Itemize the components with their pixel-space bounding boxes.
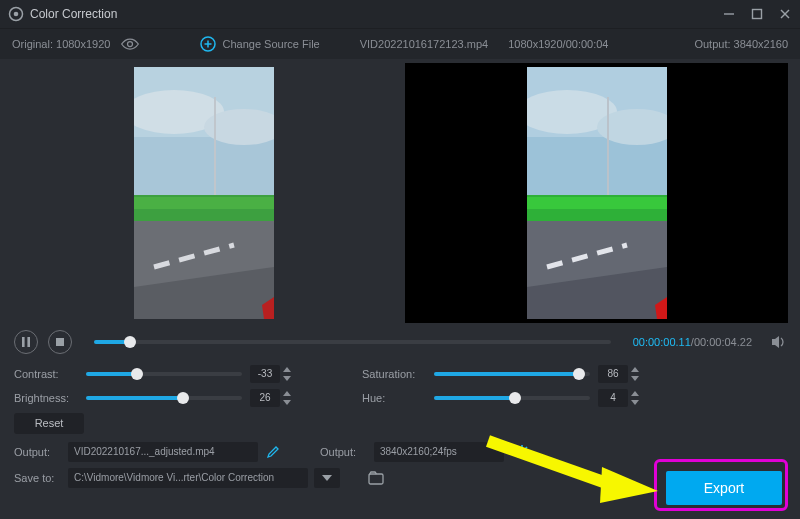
svg-point-44 (519, 449, 525, 455)
edit-filename-button[interactable] (264, 445, 282, 459)
svg-marker-40 (283, 391, 291, 396)
contrast-label: Contrast: (14, 368, 78, 380)
chevron-up-icon[interactable] (282, 366, 292, 373)
saturation-slider[interactable] (434, 372, 590, 376)
playback-progress[interactable] (94, 340, 611, 344)
output-row: Output: VID202210167..._adjusted.mp4 Out… (0, 434, 800, 462)
svg-point-6 (128, 42, 133, 47)
volume-icon[interactable] (770, 334, 786, 350)
preview-area (0, 59, 800, 327)
output-format-label: Output: (320, 446, 368, 458)
pause-button[interactable] (14, 330, 38, 354)
open-folder-button[interactable] (364, 471, 390, 485)
contrast-value: -33 (250, 365, 280, 383)
svg-rect-33 (27, 337, 30, 347)
svg-marker-53 (322, 475, 332, 481)
output-filename-field[interactable]: VID202210167..._adjusted.mp4 (68, 442, 258, 462)
chevron-down-icon[interactable] (630, 399, 640, 406)
output-filename-label: Output: (14, 446, 62, 458)
maximize-button[interactable] (750, 7, 764, 21)
svg-rect-25 (607, 97, 609, 197)
svg-rect-27 (527, 197, 667, 209)
adjustment-sliders: Contrast: -33 Saturation: 86 Brightness:… (0, 357, 800, 411)
current-time: 00:00:00.11 (633, 336, 691, 348)
brightness-value: 26 (250, 389, 280, 407)
output-format-field[interactable]: 3840x2160;24fps (374, 442, 504, 462)
brightness-label: Brightness: (14, 392, 78, 404)
source-resolution: 1080x1920/00:00:04 (508, 38, 608, 50)
svg-marker-36 (283, 367, 291, 372)
chevron-down-icon[interactable] (282, 399, 292, 406)
svg-marker-39 (631, 376, 639, 381)
saveto-path-field[interactable]: C:\Vidmore\Vidmore Vi...rter\Color Corre… (68, 468, 308, 488)
svg-rect-54 (369, 474, 383, 484)
hue-value: 4 (598, 389, 628, 407)
saturation-spinner[interactable]: 86 (598, 365, 650, 383)
video-thumbnail-output (527, 67, 667, 319)
toolbar: Original: 1080x1920 Change Source File V… (0, 28, 800, 59)
close-button[interactable] (778, 7, 792, 21)
hue-spinner[interactable]: 4 (598, 389, 650, 407)
chevron-up-icon[interactable] (630, 366, 640, 373)
playback-controls: 00:00:00.11/00:00:04.22 (0, 327, 800, 357)
svg-line-51 (526, 447, 527, 448)
app-logo-icon (8, 6, 24, 22)
brightness-spinner[interactable]: 26 (250, 389, 302, 407)
svg-line-52 (517, 456, 518, 457)
svg-marker-37 (283, 376, 291, 381)
svg-rect-34 (56, 338, 64, 346)
saturation-value: 86 (598, 365, 628, 383)
chevron-down-icon[interactable] (630, 375, 640, 382)
hue-label: Hue: (362, 392, 426, 404)
svg-marker-42 (631, 391, 639, 396)
minimize-button[interactable] (722, 7, 736, 21)
chevron-up-icon[interactable] (282, 390, 292, 397)
format-settings-button[interactable] (510, 444, 534, 460)
saturation-label: Saturation: (362, 368, 426, 380)
contrast-spinner[interactable]: -33 (250, 365, 302, 383)
preview-toggle-icon[interactable] (120, 37, 140, 51)
svg-rect-3 (753, 10, 762, 19)
change-source-label: Change Source File (222, 38, 319, 50)
saveto-dropdown[interactable] (314, 468, 340, 488)
plus-circle-icon (200, 36, 216, 52)
original-resolution-label: Original: 1080x1920 (12, 38, 110, 50)
svg-line-50 (526, 456, 527, 457)
svg-marker-43 (631, 400, 639, 405)
svg-rect-32 (22, 337, 25, 347)
source-filename: VID20221016172123.mp4 (360, 38, 488, 50)
video-thumbnail-original (134, 67, 274, 319)
window-title: Color Correction (30, 7, 117, 21)
svg-rect-16 (134, 197, 274, 209)
chevron-down-icon[interactable] (282, 375, 292, 382)
svg-marker-35 (772, 336, 779, 348)
stop-button[interactable] (48, 330, 72, 354)
export-button[interactable]: Export (666, 471, 782, 505)
chevron-up-icon[interactable] (630, 390, 640, 397)
saveto-label: Save to: (14, 472, 62, 484)
duration-time: /00:00:04.22 (691, 336, 752, 348)
change-source-button[interactable]: Change Source File (200, 36, 319, 52)
svg-line-49 (517, 447, 518, 448)
svg-marker-41 (283, 400, 291, 405)
original-preview (12, 63, 395, 323)
contrast-slider[interactable] (86, 372, 242, 376)
reset-button[interactable]: Reset (14, 413, 84, 434)
svg-point-1 (14, 12, 19, 17)
svg-marker-38 (631, 367, 639, 372)
svg-rect-14 (214, 97, 216, 197)
hue-slider[interactable] (434, 396, 590, 400)
titlebar: Color Correction (0, 0, 800, 28)
output-resolution-label: Output: 3840x2160 (694, 38, 788, 50)
time-display: 00:00:00.11/00:00:04.22 (633, 336, 752, 348)
output-preview (405, 63, 788, 323)
brightness-slider[interactable] (86, 396, 242, 400)
